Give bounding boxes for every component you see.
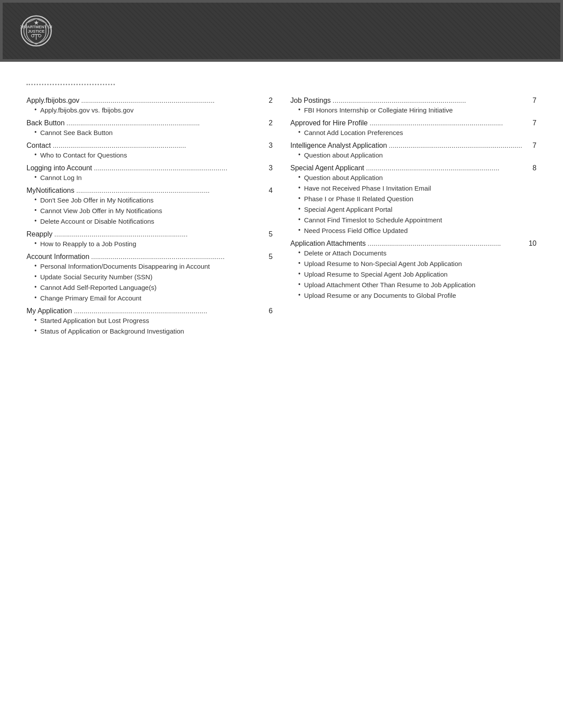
toc-main-row: MyNotifications.........................…: [26, 187, 273, 195]
toc-section: Account Information.....................…: [26, 253, 273, 303]
toc-section-label: Job Postings: [291, 97, 331, 105]
toc-sub-label: Update Social Security Number (SSN): [40, 272, 152, 281]
toc-bullet-icon: •: [34, 206, 37, 214]
toc-section: My Application..........................…: [26, 307, 273, 336]
toc-dots: ........................................…: [74, 307, 264, 315]
toc-page-number: 7: [529, 97, 537, 105]
toc-bullet-icon: •: [34, 316, 37, 323]
toc-sub-label: Status of Application or Background Inve…: [40, 326, 184, 336]
header: DEPARTMENT OF JUSTICE ★: [0, 0, 563, 62]
toc-bullet-icon: •: [299, 249, 301, 256]
toc-section-label: Logging into Account: [26, 164, 92, 172]
toc-bullet-icon: •: [34, 283, 37, 290]
toc-bullet-icon: •: [34, 262, 37, 269]
toc-bullet-icon: •: [299, 226, 301, 233]
svg-text:JUSTICE: JUSTICE: [28, 29, 45, 34]
toc-bullet-icon: •: [299, 291, 301, 298]
svg-text:★: ★: [34, 19, 39, 26]
toc-sub-item: •Cannot Log In: [34, 173, 273, 182]
toc-page-number: 7: [529, 142, 537, 150]
toc-sub-item: •Apply.fbijobs.gov vs. fbijobs.gov: [34, 105, 273, 115]
toc-page-number: 7: [529, 119, 537, 127]
toc-main-row: Logging into Account....................…: [26, 164, 273, 172]
toc-bullet-icon: •: [299, 106, 301, 113]
toc-sub-item: •Who to Contact for Questions: [34, 150, 273, 160]
toc-section: MyNotifications.........................…: [26, 187, 273, 226]
toc-sub-label: Change Primary Email for Account: [40, 293, 141, 303]
toc-section-label: Approved for Hire Profile: [291, 119, 368, 127]
toc-sub-item: •Change Primary Email for Account: [34, 293, 273, 303]
toc-left-column: Apply.fbijobs.gov.......................…: [26, 97, 273, 340]
toc-sub-label: FBI Honors Internship or Collegiate Hiri…: [304, 105, 453, 115]
toc-sub-item: •Question about Application: [299, 150, 537, 160]
toc-sub-item: •Upload Resume to Non-Special Agent Job …: [299, 259, 537, 268]
toc-dots: ........................................…: [94, 164, 264, 172]
toc-main-row: Intelligence Analyst Application........…: [291, 142, 537, 150]
toc-section-label: Account Information: [26, 253, 89, 261]
toc-main-row: Reapply.................................…: [26, 230, 273, 238]
toc-section: Application Attachments.................…: [291, 240, 537, 300]
toc-sub-item: •Update Social Security Number (SSN): [34, 272, 273, 281]
toc-dots: ........................................…: [81, 97, 264, 105]
toc-sub-label: Don't See Job Offer in My Notifications: [40, 195, 154, 205]
toc-section: Approved for Hire Profile...............…: [291, 119, 537, 137]
toc-bullet-icon: •: [299, 128, 301, 135]
toc-sub-label: Cannot Log In: [40, 173, 82, 182]
toc-sub-label: Need Process Field Office Updated: [304, 226, 408, 235]
toc-bullet-icon: •: [34, 217, 37, 224]
toc-dots: ........................................…: [91, 253, 264, 261]
toc-page-number: 4: [266, 187, 273, 195]
toc-sub-item: •Personal Information/Documents Disappea…: [34, 262, 273, 271]
toc-sub-label: Delete or Attach Documents: [304, 248, 386, 258]
toc-bullet-icon: •: [299, 281, 301, 288]
toc-page-number: 10: [529, 240, 537, 248]
toc-main-row: Account Information.....................…: [26, 253, 273, 261]
toc-section: Reapply.................................…: [26, 230, 273, 248]
toc-sub-label: Upload Resume or any Documents to Global…: [304, 291, 456, 300]
toc-dots: ........................................…: [370, 119, 528, 127]
content: Apply.fbijobs.gov.......................…: [0, 62, 563, 367]
svg-point-7: [38, 34, 41, 37]
toc-bullet-icon: •: [34, 240, 37, 247]
toc-sub-label: Question about Application: [304, 173, 382, 182]
toc-bullet-icon: •: [34, 196, 37, 203]
toc-sub-label: Question about Application: [304, 150, 382, 160]
toc-section-label: My Application: [26, 307, 72, 315]
toc-dots: ........................................…: [54, 230, 264, 238]
toc-sub-label: Have not Received Phase I Invitation Ema…: [304, 184, 431, 193]
toc-sub-label: Who to Contact for Questions: [40, 150, 127, 160]
toc-page-number: 8: [529, 164, 537, 172]
toc-sub-label: Cannot Add Location Preferences: [304, 128, 403, 137]
toc-bullet-icon: •: [299, 216, 301, 223]
toc-sub-item: •Delete or Attach Documents: [299, 248, 537, 258]
toc-page-number: 6: [266, 307, 273, 315]
toc-dots: ........................................…: [333, 97, 528, 105]
toc-sub-item: •Cannot Find Timeslot to Schedule Appoin…: [299, 215, 537, 225]
toc-bullet-icon: •: [299, 195, 301, 202]
toc-sub-label: How to Reapply to a Job Posting: [40, 239, 136, 248]
toc-section-label: Reapply: [26, 230, 53, 238]
toc-sub-item: •Cannot View Job Offer in My Notificatio…: [34, 206, 273, 215]
toc-dots: ........................................…: [53, 142, 264, 150]
toc-sub-label: Upload Resume to Special Agent Job Appli…: [304, 270, 447, 279]
toc-section-label: MyNotifications: [26, 187, 74, 195]
toc-sub-label: Delete Account or Disable Notifications: [40, 217, 154, 226]
toc-sub-item: •Upload Resume or any Documents to Globa…: [299, 291, 537, 300]
toc-main-row: Approved for Hire Profile...............…: [291, 119, 537, 127]
toc-section: Apply.fbijobs.gov.......................…: [26, 97, 273, 115]
toc-right-column: Job Postings............................…: [291, 97, 537, 340]
toc-dots: ........................................…: [366, 164, 528, 172]
toc-bullet-icon: •: [299, 151, 301, 158]
toc-sub-item: •Question about Application: [299, 173, 537, 182]
toc-sub-label: Cannot See Back Button: [40, 128, 113, 137]
page: DEPARTMENT OF JUSTICE ★ Apply.fbijobs.go…: [0, 0, 563, 728]
toc-sub-label: Special Agent Applicant Portal: [304, 205, 392, 214]
toc-sub-label: Phase I or Phase II Related Question: [304, 194, 413, 203]
toc-section-label: Back Button: [26, 119, 64, 127]
toc-sub-label: Personal Information/Documents Disappear…: [40, 262, 210, 271]
toc-sub-item: •Delete Account or Disable Notifications: [34, 217, 273, 226]
toc-main-row: Contact.................................…: [26, 142, 273, 150]
toc-sub-item: •Cannot See Back Button: [34, 128, 273, 137]
toc-page-number: 2: [266, 97, 273, 105]
toc-dots: ........................................…: [66, 119, 264, 127]
